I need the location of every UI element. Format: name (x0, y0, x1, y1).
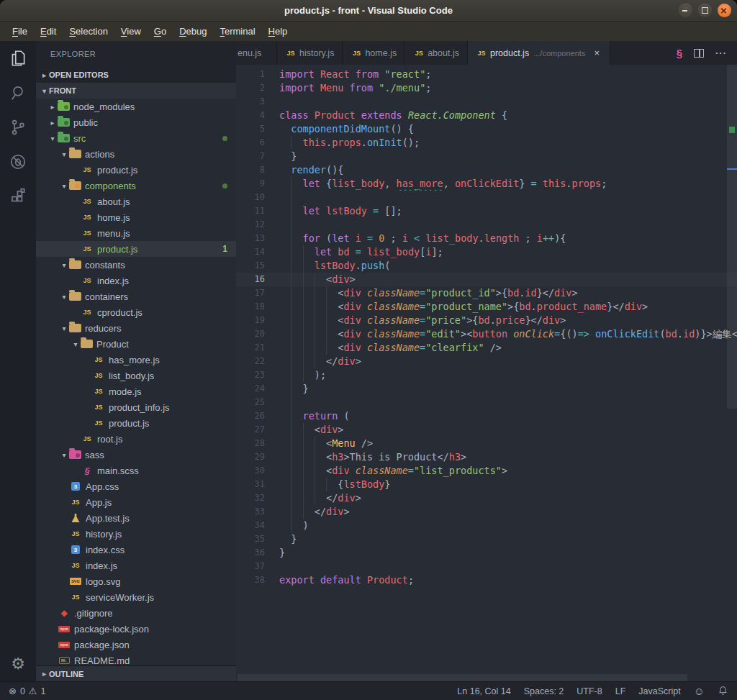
encoding-indicator[interactable]: UTF-8 (577, 686, 602, 696)
menu-item-view[interactable]: View (114, 24, 148, 39)
tree-item-cproduct-js[interactable]: JScproduct.js (36, 304, 236, 320)
tree-item-public[interactable]: ▸public (36, 114, 236, 130)
tree-item-index-css[interactable]: 3index.css (36, 542, 236, 558)
tree-item-src[interactable]: ▾src (36, 130, 236, 146)
front-section[interactable]: ▾ FRONT (36, 83, 236, 99)
explorer-icon[interactable] (0, 41, 36, 76)
cursor-position[interactable]: Ln 16, Col 14 (457, 686, 510, 696)
tree-item-node-modules[interactable]: ▸node_modules (36, 99, 236, 114)
indentation-indicator[interactable]: Spaces: 2 (524, 686, 564, 696)
tab-home-js[interactable]: JShome.js (343, 41, 405, 65)
js-file-icon: JS (92, 404, 105, 411)
extensions-icon[interactable] (0, 179, 36, 214)
outline-section[interactable]: ▸ OUTLINE (36, 665, 236, 681)
debug-icon[interactable] (0, 145, 36, 179)
tab-enu-js[interactable]: enu.js (236, 41, 277, 65)
indent-guide (303, 273, 315, 286)
tree-item-product[interactable]: ▾Product (36, 336, 236, 352)
tree-item-index-js[interactable]: JSindex.js (36, 273, 236, 288)
tree-item-product-js[interactable]: JSproduct.js (36, 415, 236, 431)
menu-item-go[interactable]: Go (148, 24, 173, 39)
problems-indicator[interactable]: ⊗ 0 ⚠ 1 (9, 686, 45, 696)
indent-guide (291, 437, 302, 450)
menu-item-help[interactable]: Help (262, 24, 294, 39)
tree-item-root-js[interactable]: JSroot.js (36, 431, 236, 447)
code-editor[interactable]: 1import React from "react";2import Menu … (236, 65, 737, 681)
more-actions-icon[interactable]: ··· (715, 47, 727, 58)
menu-item-selection[interactable]: Selection (63, 24, 114, 39)
indent-guide (291, 355, 302, 368)
indent-guide (303, 286, 315, 300)
tree-item-about-js[interactable]: JSabout.js (36, 194, 236, 209)
minimize-button[interactable] (679, 4, 692, 17)
tree-item-package-json[interactable]: npmpackage.json (36, 637, 236, 653)
tree-item-product-js[interactable]: JSproduct.js (36, 162, 236, 178)
tree-item-actions[interactable]: ▾actions (36, 146, 236, 162)
tree-item-mode-js[interactable]: JSmode.js (36, 383, 236, 399)
tree-item-label: mode.js (109, 386, 142, 397)
tree-item-list-body-js[interactable]: JSlist_body.js (36, 368, 236, 383)
tree-item-package-lock-json[interactable]: npmpackage-lock.json (36, 621, 236, 637)
menu-item-edit[interactable]: Edit (34, 24, 63, 39)
settings-gear-icon[interactable]: ⚙ (0, 655, 36, 673)
horizontal-scrollbar[interactable] (238, 674, 687, 681)
split-editor-icon[interactable] (694, 49, 704, 58)
sass-squiggle-icon[interactable]: § (677, 47, 682, 59)
tab-product-js[interactable]: JSproduct.js.../components× (468, 41, 610, 65)
code-text: } (279, 532, 737, 546)
tree-item-label: about.js (97, 196, 130, 207)
line-number: 13 (236, 232, 265, 245)
menu-item-terminal[interactable]: Terminal (213, 24, 261, 39)
tree-item-constants[interactable]: ▾constants (36, 257, 236, 273)
close-tab-icon[interactable]: × (592, 47, 602, 58)
code-line: 11 let lstBody = []; (236, 204, 737, 218)
tree-item-containers[interactable]: ▾containers (36, 288, 236, 304)
tree-item-app-css[interactable]: 3App.css (36, 478, 236, 494)
language-mode[interactable]: JavaScript (638, 686, 680, 696)
tree-item-has-more-js[interactable]: JShas_more.js (36, 352, 236, 368)
code-text: <div className="clearfix" /> (279, 341, 737, 355)
tree-item-logo-svg[interactable]: SVGlogo.svg (36, 573, 236, 589)
tab-about-js[interactable]: JSabout.js (405, 41, 468, 65)
tree-item-app-test-js[interactable]: App.test.js (36, 510, 236, 526)
tree-item-serviceworker-js[interactable]: JSserviceWorker.js (36, 589, 236, 605)
tree-item-main-scss[interactable]: §main.scss (36, 463, 236, 478)
js-file-icon: JS (476, 50, 487, 57)
indent-guide (291, 286, 302, 300)
code-line: 7 } (236, 150, 737, 163)
code-text: <div className="product_id">{bd.id}</div… (279, 286, 737, 300)
source-control-icon[interactable] (0, 110, 36, 145)
tree-item-product-js[interactable]: JSproduct.js1 (36, 241, 236, 257)
tree-item-index-js[interactable]: JSindex.js (36, 558, 236, 573)
tree-item-components[interactable]: ▾components (36, 178, 236, 194)
code-text: } (279, 382, 737, 396)
tree-item-readme-md[interactable]: M↓README.md (36, 653, 236, 667)
open-editors-section[interactable]: ▸ OPEN EDITORS (36, 67, 236, 83)
code-line: 20 <div className="edit"><button onClick… (236, 327, 737, 341)
menu-item-file[interactable]: File (6, 24, 34, 39)
indent-guide (315, 450, 326, 464)
tree-item-home-js[interactable]: JShome.js (36, 209, 236, 225)
tab-history-js[interactable]: JShistory.js (277, 41, 343, 65)
menu-item-debug[interactable]: Debug (173, 24, 213, 39)
chevron-down-icon: ▾ (48, 135, 58, 142)
vscode-window: product.js - front - Visual Studio Code … (0, 0, 737, 700)
maximize-button[interactable] (698, 4, 712, 17)
js-glyph: JS (71, 499, 79, 506)
tree-item-product-info-js[interactable]: JSproduct_info.js (36, 399, 236, 415)
feedback-smiley-icon[interactable]: ☺ (694, 685, 705, 697)
code-text (279, 191, 737, 204)
tree-item-sass[interactable]: ▾sass (36, 447, 236, 463)
vertical-scrollbar[interactable] (727, 65, 737, 409)
notifications-bell-icon[interactable] (718, 685, 728, 698)
tree-item-history-js[interactable]: JShistory.js (36, 526, 236, 542)
eol-indicator[interactable]: LF (615, 686, 626, 696)
code-text: ); (279, 368, 737, 382)
search-icon[interactable] (0, 76, 36, 110)
tree-item-app-js[interactable]: JSApp.js (36, 494, 236, 510)
code-text: </div> (279, 505, 737, 519)
close-button[interactable] (718, 4, 731, 17)
tree-item-reducers[interactable]: ▾reducers (36, 320, 236, 336)
tree-item-menu-js[interactable]: JSmenu.js (36, 225, 236, 241)
tree-item--gitignore[interactable]: ◆.gitignore (36, 605, 236, 621)
